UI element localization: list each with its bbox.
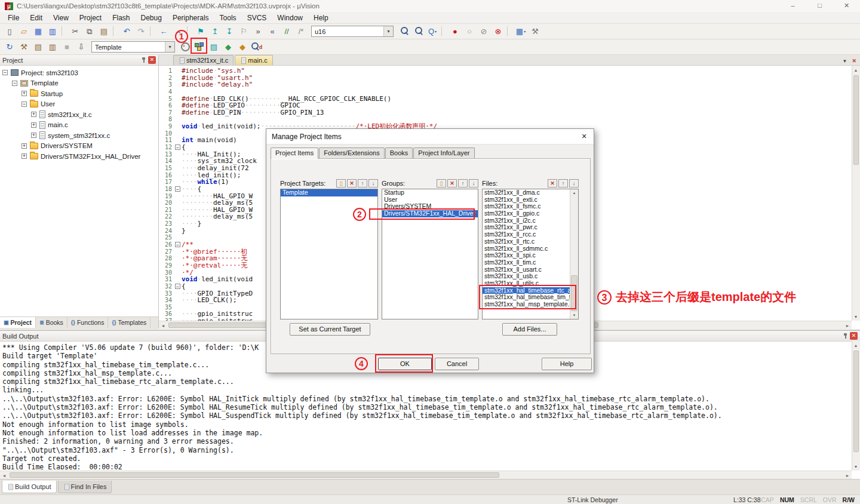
file-item-stm32f1xx-hal-timebase-tim-temp[interactable]: stm32f1xx_hal_timebase_tim_temp bbox=[483, 294, 578, 301]
cut-icon[interactable]: ✂ bbox=[69, 25, 82, 38]
help-button[interactable]: Help bbox=[542, 358, 592, 370]
save-all-icon[interactable]: ▥ bbox=[46, 25, 59, 38]
file-item-stm32f1xx-ll-usart-c[interactable]: stm32f1xx_ll_usart.c bbox=[483, 266, 578, 273]
menu-debug[interactable]: Debug bbox=[136, 13, 167, 23]
close-panel-button[interactable] bbox=[148, 56, 156, 64]
target-down-button[interactable]: ↓ bbox=[368, 179, 378, 188]
file-item-stm32f1xx-ll-i2c-c[interactable]: stm32f1xx_ll_i2c.c bbox=[483, 217, 578, 225]
menu-flash[interactable]: Flash bbox=[107, 13, 135, 23]
scroll-left-icon[interactable] bbox=[0, 471, 8, 480]
project-targets-list[interactable]: Template bbox=[280, 189, 378, 319]
expand-icon[interactable]: + bbox=[31, 112, 36, 117]
rebuild-icon[interactable]: ▤ bbox=[32, 41, 45, 54]
tree-item-system-stm32f1xx-c[interactable]: +system_stm32f1xx.c bbox=[0, 130, 158, 141]
find-icon[interactable] bbox=[411, 25, 425, 38]
set-as-current-target-button[interactable]: Set as Current Target bbox=[290, 323, 370, 336]
group-new-button[interactable]: ▯ bbox=[437, 179, 446, 188]
configure-icon[interactable]: ⚒ bbox=[529, 25, 542, 38]
paste-icon[interactable]: ▤ bbox=[97, 25, 110, 38]
file-item-stm32f1xx-ll-utils-c[interactable]: stm32f1xx_ll_utils.c bbox=[483, 280, 578, 287]
tree-item-drivers-stm32f1xx-hal-driver[interactable]: +Drivers/STM32F1xx_HAL_Driver bbox=[0, 151, 158, 162]
bookmark-next-icon[interactable]: ↧ bbox=[223, 25, 236, 38]
file-item-stm32f1xx-ll-rcc-c[interactable]: stm32f1xx_ll_rcc.c bbox=[483, 231, 578, 238]
menu-tools[interactable]: Tools bbox=[214, 13, 242, 23]
dialog-close-button[interactable]: ✕ bbox=[575, 129, 594, 144]
dock-tab-build-output[interactable]: Build Output bbox=[2, 481, 57, 493]
menu-peripherals[interactable]: Peripherals bbox=[167, 13, 214, 23]
tree-item-project-stm32f103[interactable]: −Project: stm32f103 bbox=[0, 67, 158, 78]
cancel-button[interactable]: Cancel bbox=[435, 358, 479, 370]
file-up-button[interactable]: ↑ bbox=[558, 179, 568, 188]
dialog-tab-project-items[interactable]: Project Items bbox=[271, 147, 318, 159]
group-down-button[interactable]: ↓ bbox=[469, 179, 478, 188]
expand-icon[interactable]: + bbox=[22, 153, 27, 159]
bookmark-toggle-icon[interactable]: ⚑ bbox=[194, 25, 207, 38]
manage-rte-icon[interactable]: ◆ bbox=[222, 41, 235, 54]
breakpoint-disable-all-icon[interactable]: ⊘ bbox=[477, 25, 490, 38]
outdent-icon[interactable]: « bbox=[266, 25, 279, 38]
build-vertical-scrollbar[interactable] bbox=[852, 341, 860, 471]
target-delete-button[interactable]: ✕ bbox=[347, 179, 357, 188]
tree-item-template[interactable]: −Template bbox=[0, 78, 158, 89]
tree-item-user[interactable]: −User bbox=[0, 99, 158, 110]
scroll-down-icon[interactable] bbox=[852, 462, 860, 471]
tree-item-stm32f1xx-it-c[interactable]: +stm32f1xx_it.c bbox=[0, 109, 158, 120]
expand-icon[interactable]: + bbox=[22, 143, 27, 149]
panel-tab-functions[interactable]: {}Functions bbox=[67, 317, 109, 328]
fold-collapse-icon[interactable]: − bbox=[175, 145, 180, 150]
scroll-right-icon[interactable] bbox=[843, 471, 852, 480]
group-item-startup[interactable]: Startup bbox=[382, 189, 478, 196]
file-item-stm32f1xx-hal-msp-template-c[interactable]: stm32f1xx_hal_msp_template.c bbox=[483, 301, 578, 308]
fold-collapse-icon[interactable]: − bbox=[175, 186, 180, 192]
group-item-drivers-system[interactable]: Drivers/SYSTEM bbox=[382, 203, 478, 210]
breakpoint-disable-icon[interactable]: ○ bbox=[463, 25, 476, 38]
batch-build-icon[interactable]: ▥ bbox=[46, 41, 59, 54]
bookmark-prev-icon[interactable]: ↥ bbox=[208, 25, 222, 38]
collapse-icon[interactable]: − bbox=[2, 70, 8, 75]
navigate-forward-icon[interactable]: → bbox=[171, 25, 185, 38]
ok-button[interactable]: OK bbox=[378, 358, 432, 370]
expand-icon[interactable]: + bbox=[31, 133, 36, 138]
save-icon[interactable]: ▦ bbox=[32, 25, 45, 38]
bookmark-clear-all-icon[interactable]: ⚐ bbox=[237, 25, 250, 38]
file-delete-button[interactable]: ✕ bbox=[548, 179, 557, 188]
file-extensions-icon[interactable]: ▤ bbox=[207, 41, 220, 54]
comment-icon[interactable]: // bbox=[280, 25, 293, 38]
breakpoint-toggle-icon[interactable]: ● bbox=[449, 25, 462, 38]
menu-view[interactable]: View bbox=[48, 13, 74, 23]
dialog-tab-project-info-layer[interactable]: Project Info/Layer bbox=[413, 147, 474, 159]
open-icon[interactable]: ▱ bbox=[17, 25, 30, 38]
collapse-icon[interactable]: − bbox=[12, 81, 17, 86]
combo-arrow-icon[interactable] bbox=[165, 42, 174, 52]
maximize-button[interactable]: □ bbox=[806, 0, 833, 12]
options-for-target-icon[interactable] bbox=[179, 41, 192, 54]
files-list-scrollbar[interactable] bbox=[570, 189, 578, 319]
fold-collapse-icon[interactable]: − bbox=[175, 242, 180, 247]
file-item-stm32f1xx-ll-usb-c[interactable]: stm32f1xx_ll_usb.c bbox=[483, 273, 578, 280]
menu-help[interactable]: Help bbox=[308, 13, 334, 23]
target-new-button[interactable]: ▯ bbox=[336, 179, 346, 188]
file-item-stm32f1xx-ll-rtc-c[interactable]: stm32f1xx_ll_rtc.c bbox=[483, 238, 578, 245]
pin-icon[interactable] bbox=[140, 57, 146, 63]
panel-tab-project[interactable]: ▣Project bbox=[0, 317, 36, 328]
scroll-up-icon[interactable] bbox=[570, 189, 578, 196]
panel-tab-templates[interactable]: {}Templates bbox=[108, 317, 150, 328]
menu-file[interactable]: File bbox=[2, 13, 24, 23]
close-button[interactable]: ✕ bbox=[833, 0, 860, 12]
close-panel-button[interactable] bbox=[850, 332, 858, 340]
groups-list[interactable]: StartupUserDrivers/SYSTEMDrivers/STM32F1… bbox=[382, 189, 478, 319]
file-item-stm32f1xx-hal-timebase-rtc-alarm[interactable]: stm32f1xx_hal_timebase_rtc_alarm bbox=[483, 287, 578, 294]
menu-project[interactable]: Project bbox=[74, 13, 107, 23]
new-file-icon[interactable]: ▯ bbox=[3, 25, 16, 38]
indent-icon[interactable]: » bbox=[251, 25, 265, 38]
group-up-button[interactable]: ↑ bbox=[458, 179, 468, 188]
tree-item-startup[interactable]: +Startup bbox=[0, 88, 158, 99]
pin-icon[interactable] bbox=[842, 333, 848, 339]
tree-item-drivers-system[interactable]: +Drivers/SYSTEM bbox=[0, 141, 158, 152]
menu-window[interactable]: Window bbox=[272, 13, 308, 23]
target-item-template[interactable]: Template bbox=[281, 189, 377, 196]
copy-icon[interactable]: ⧉ bbox=[83, 25, 96, 38]
debug-session-icon[interactable]: d bbox=[250, 41, 263, 54]
file-item-stm32f1xx-ll-tim-c[interactable]: stm32f1xx_ll_tim.c bbox=[483, 259, 578, 266]
tree-item-main-c[interactable]: +main.c bbox=[0, 120, 158, 131]
